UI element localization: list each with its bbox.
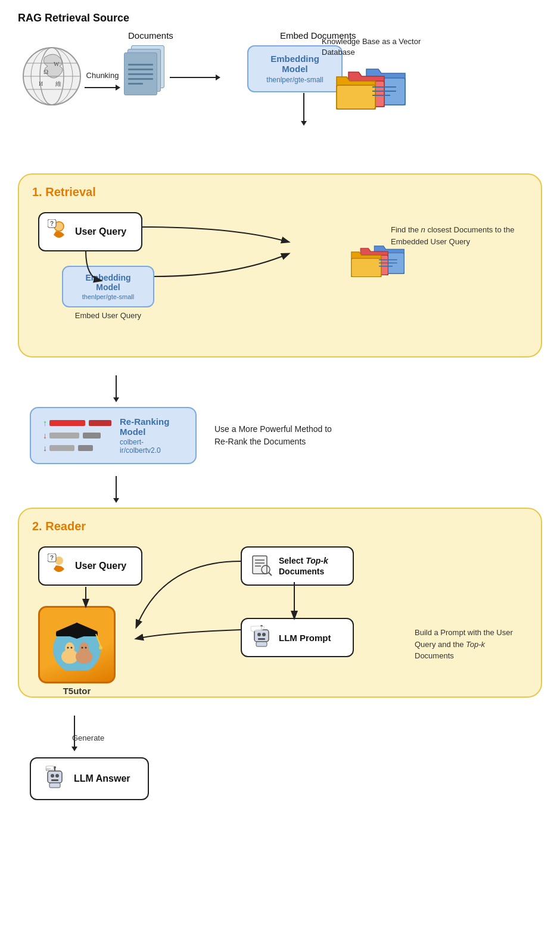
reader-section: 2. Reader ? User Query bbox=[18, 508, 542, 698]
svg-text:維: 維 bbox=[55, 80, 61, 87]
docs-to-embed-arrow bbox=[170, 71, 220, 84]
svg-point-46 bbox=[65, 642, 74, 654]
llm-prompt-box: LLM Prompt bbox=[241, 618, 354, 657]
document-stack bbox=[124, 45, 167, 99]
build-prompt-label: Build a Prompt with the User Query and t… bbox=[415, 627, 522, 662]
kb-label: Knowledge Base as a Vector Database bbox=[322, 36, 441, 58]
magnify-doc-icon bbox=[250, 554, 273, 579]
retrieval-vector-db-icon bbox=[349, 236, 409, 286]
retrieval-user-query-box: ? User Query bbox=[38, 212, 142, 251]
rank-up-icon: ↑ bbox=[43, 418, 47, 428]
retrieval-embed-model-name: thenlper/gte-small bbox=[74, 293, 142, 300]
top-embedding-model-title: Embedding Model bbox=[260, 54, 329, 74]
generate-arrow-section: Generate bbox=[66, 716, 542, 751]
reader-user-query-label: User Query bbox=[75, 561, 126, 571]
wikipedia-globe: Ω W 維 И bbox=[21, 45, 83, 110]
svg-point-48 bbox=[79, 642, 89, 654]
svg-rect-71 bbox=[51, 779, 58, 781]
svg-point-70 bbox=[55, 774, 59, 778]
t5utor-label: T5utor bbox=[38, 686, 116, 696]
svg-marker-67 bbox=[71, 747, 77, 751]
select-topk-label: Select Top-k Documents bbox=[279, 555, 344, 577]
reader-title: 2. Reader bbox=[32, 520, 528, 533]
llm-answer-label: LLM Answer bbox=[74, 773, 130, 784]
svg-rect-42 bbox=[56, 632, 98, 636]
reranking-model-name: colbert-ir/colbertv2.0 bbox=[120, 438, 183, 455]
llm-answer-box: LLM Answer bbox=[30, 757, 149, 800]
retrieval-embedding-box: Embedding Model thenlper/gte-small Embed… bbox=[62, 266, 154, 320]
rank-down2-icon: ↓ bbox=[43, 443, 47, 453]
svg-text:?: ? bbox=[50, 220, 54, 227]
llm-answer-row: LLM Answer bbox=[30, 757, 542, 800]
svg-rect-62 bbox=[258, 638, 265, 640]
reader-person-icon: ? bbox=[48, 554, 70, 579]
svg-point-44 bbox=[99, 646, 102, 649]
svg-point-60 bbox=[257, 633, 261, 636]
rerank-to-reader-arrow bbox=[18, 476, 542, 503]
svg-rect-28 bbox=[351, 259, 381, 277]
chunking-label: Chunking bbox=[86, 71, 119, 80]
generate-label: Generate bbox=[72, 733, 104, 742]
svg-text:И: И bbox=[39, 80, 43, 87]
retrieval-embed-model-title: Embedding Model bbox=[74, 273, 142, 292]
svg-point-73 bbox=[54, 766, 56, 769]
svg-point-49 bbox=[67, 646, 69, 648]
llm-answer-robot-icon bbox=[43, 766, 67, 792]
documents-label: Documents bbox=[128, 30, 173, 41]
chunking-arrow: Chunking bbox=[85, 71, 120, 94]
svg-marker-11 bbox=[116, 85, 120, 91]
embed-to-vectordb-arrow bbox=[295, 93, 313, 128]
rerank-description-label: Use a More Powerful Method to Re-Rank th… bbox=[214, 423, 346, 448]
svg-rect-53 bbox=[253, 556, 267, 574]
llm-prompt-label: LLM Prompt bbox=[279, 633, 331, 643]
svg-point-51 bbox=[82, 646, 83, 648]
reranking-title: Re-Ranking Model bbox=[120, 416, 183, 437]
retrieval-user-query-label: User Query bbox=[75, 226, 126, 237]
svg-marker-33 bbox=[113, 397, 119, 402]
svg-point-61 bbox=[262, 633, 266, 636]
vector-db-icon bbox=[334, 60, 411, 116]
reranking-bars: ↑ ↓ ↓ bbox=[43, 418, 111, 453]
reranking-row: ↑ ↓ ↓ Re-Ranking Model bbox=[18, 407, 542, 464]
embed-user-query-label: Embed User Query bbox=[62, 311, 154, 320]
svg-point-69 bbox=[51, 774, 54, 778]
reranking-box: ↑ ↓ ↓ Re-Ranking Model bbox=[30, 407, 197, 464]
rag-title: RAG Retrieval Source bbox=[18, 12, 542, 24]
svg-point-50 bbox=[71, 646, 73, 648]
svg-marker-15 bbox=[301, 121, 307, 126]
svg-rect-18 bbox=[337, 85, 375, 109]
svg-point-52 bbox=[85, 646, 87, 648]
reader-user-query-box: ? User Query bbox=[38, 546, 142, 586]
retrieval-title: 1. Retrieval bbox=[32, 185, 528, 199]
svg-marker-35 bbox=[113, 498, 119, 503]
select-topk-box: Select Top-k Documents bbox=[241, 546, 354, 586]
retrieval-to-rerank-arrow bbox=[18, 375, 542, 402]
rank-down-icon: ↓ bbox=[43, 431, 47, 440]
svg-text:?: ? bbox=[50, 555, 54, 561]
svg-marker-13 bbox=[216, 74, 220, 80]
svg-line-58 bbox=[269, 573, 272, 576]
svg-rect-65 bbox=[256, 642, 267, 646]
t5utor-box: T5utor bbox=[38, 606, 116, 696]
find-n-label: Find the n closest Documents to the Embe… bbox=[391, 224, 522, 247]
svg-rect-74 bbox=[49, 783, 60, 788]
diagram-container: RAG Retrieval Source Documents Embed Doc… bbox=[0, 0, 560, 812]
llm-prompt-robot-icon bbox=[250, 625, 273, 650]
person-question-icon: ? bbox=[48, 219, 70, 244]
top-embedding-model-name: thenlper/gte-small bbox=[260, 76, 329, 84]
retrieval-section: 1. Retrieval ? bbox=[18, 173, 542, 357]
